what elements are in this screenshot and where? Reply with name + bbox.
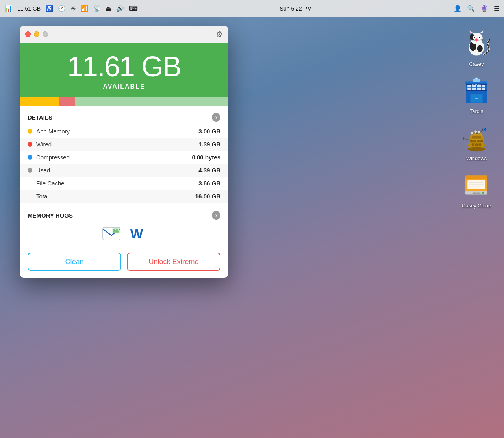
svg-point-51 — [480, 140, 483, 142]
bar-green-segment — [75, 97, 228, 106]
desktop-icons: Casey — [461, 28, 492, 209]
clean-button[interactable]: Clean — [28, 253, 121, 271]
eject-icon[interactable]: ⏏ — [106, 5, 111, 12]
details-help-button[interactable]: ? — [212, 113, 220, 122]
wifi-icon[interactable]: 📶 — [80, 5, 88, 12]
bar-yellow-segment — [20, 97, 59, 106]
menubar-memory-display: 11.61 GB — [17, 6, 41, 12]
windows-label: Windows — [466, 155, 487, 161]
svg-point-53 — [475, 143, 478, 146]
dot-wired — [28, 142, 32, 147]
svg-point-46 — [474, 130, 477, 133]
windows-icon — [461, 122, 492, 153]
bluetooth-icon[interactable]: ✳ — [70, 5, 76, 12]
notification-center-icon[interactable]: ☰ — [494, 5, 499, 12]
settings-button[interactable]: ⚙ — [216, 30, 223, 39]
label-app-memory: App Memory — [36, 128, 198, 135]
time-machine-icon[interactable]: 🕐 — [58, 5, 66, 12]
casey-label: Casey — [469, 61, 484, 67]
accessibility-icon[interactable]: ♿ — [45, 5, 53, 12]
tardis-icon: POLICE BOX — [461, 75, 492, 106]
svg-point-2 — [477, 45, 483, 52]
svg-point-52 — [472, 143, 474, 146]
hogs-header: MEMORY HOGS ? — [20, 207, 228, 222]
svg-marker-6 — [480, 30, 484, 34]
activity-monitor-icon[interactable]: 📊 — [5, 5, 13, 12]
desktop-icon-windows[interactable]: Windows — [461, 122, 492, 161]
hog-word-icon[interactable]: W — [127, 224, 146, 243]
value-used: 4.39 GB — [198, 167, 220, 174]
minimize-button[interactable] — [34, 31, 39, 37]
dot-compressed — [28, 155, 32, 160]
svg-point-44 — [484, 129, 485, 130]
svg-rect-30 — [471, 95, 476, 102]
unlock-extreme-button[interactable]: Unlock Extreme — [127, 253, 220, 271]
label-wired: Wired — [36, 141, 198, 148]
keyboard-icon[interactable]: ⌨ — [129, 5, 138, 12]
svg-rect-56 — [463, 137, 464, 140]
detail-row-wired: Wired 1.39 GB — [20, 138, 228, 151]
menubar-left: 📊 11.61 GB ♿ 🕐 ✳ 📶 📡 ⏏ 🔊 ⌨ — [5, 5, 138, 12]
menu-bar: 📊 11.61 GB ♿ 🕐 ✳ 📶 📡 ⏏ 🔊 ⌨ Sun 6:22 PM 👤… — [0, 0, 504, 17]
desktop-icon-tardis[interactable]: POLICE BOX Tardis — [461, 75, 492, 114]
details-header: DETAILS ? — [20, 110, 228, 125]
svg-point-48 — [470, 140, 472, 142]
available-label: AVAILABLE — [28, 83, 220, 90]
available-gb-value: 11.61 GB — [28, 52, 220, 81]
memory-usage-bar — [20, 97, 228, 106]
svg-point-45 — [471, 131, 474, 134]
desktop-icon-casey-clone[interactable]: Casey Clone — [461, 169, 492, 209]
svg-point-50 — [477, 140, 480, 142]
menubar-center: Sun 6:22 PM — [143, 6, 448, 12]
detail-row-total: Total 16.00 GB — [20, 190, 228, 203]
value-total: 16.00 GB — [195, 193, 220, 200]
svg-point-68 — [482, 192, 484, 194]
value-wired: 1.39 GB — [198, 141, 220, 148]
svg-point-66 — [474, 193, 476, 194]
value-app-memory: 3.00 GB — [198, 128, 220, 135]
label-compressed: Compressed — [36, 154, 192, 161]
detail-row-used: Used 4.39 GB — [20, 164, 228, 177]
maximize-button[interactable] — [43, 31, 48, 37]
svg-point-57 — [467, 147, 485, 152]
hogs-help-button[interactable]: ? — [212, 211, 220, 220]
search-icon[interactable]: 🔍 — [467, 5, 475, 12]
svg-rect-65 — [472, 192, 481, 194]
user-icon[interactable]: 👤 — [454, 5, 461, 12]
airplay-icon[interactable]: 📡 — [93, 5, 101, 12]
svg-text:POLICE BOX: POLICE BOX — [472, 84, 481, 85]
hogs-title: MEMORY HOGS — [28, 212, 73, 219]
menubar-right: 👤 🔍 🔮 ☰ — [454, 5, 499, 12]
detail-row-file-cache: File Cache 3.66 GB — [20, 177, 228, 190]
casey-clone-label: Casey Clone — [462, 203, 491, 209]
hogs-icons-row: W — [20, 222, 228, 249]
svg-point-13 — [475, 38, 478, 42]
dot-used — [28, 168, 32, 173]
svg-point-11 — [479, 37, 480, 38]
label-file-cache: File Cache — [36, 180, 198, 187]
app-window: ⚙ 11.61 GB AVAILABLE DETAILS ? App Memor… — [20, 26, 228, 278]
menubar-time: Sun 6:22 PM — [280, 6, 312, 12]
svg-point-47 — [478, 131, 481, 134]
detail-row-app-memory: App Memory 3.00 GB — [20, 125, 228, 138]
svg-point-49 — [473, 140, 476, 142]
action-buttons: Clean Unlock Extreme — [20, 249, 228, 278]
title-bar: ⚙ — [20, 26, 228, 43]
label-used: Used — [36, 167, 198, 174]
svg-text:W: W — [130, 226, 143, 241]
value-compressed: 0.00 bytes — [192, 154, 220, 161]
label-total: Total — [36, 193, 195, 200]
close-button[interactable] — [25, 31, 31, 37]
siri-icon[interactable]: 🔮 — [480, 5, 488, 12]
bar-red-segment — [59, 97, 75, 106]
hog-mail-icon[interactable] — [102, 224, 121, 243]
svg-line-55 — [463, 139, 469, 140]
svg-rect-41 — [472, 136, 482, 139]
svg-point-54 — [478, 143, 481, 146]
volume-icon[interactable]: 🔊 — [116, 5, 124, 12]
detail-row-compressed: Compressed 0.00 bytes — [20, 151, 228, 164]
details-section: DETAILS ? App Memory 3.00 GB Wired 1.39 … — [20, 106, 228, 207]
desktop-icon-casey[interactable]: Casey — [461, 28, 492, 67]
svg-point-33 — [476, 98, 478, 99]
traffic-lights — [25, 31, 48, 37]
